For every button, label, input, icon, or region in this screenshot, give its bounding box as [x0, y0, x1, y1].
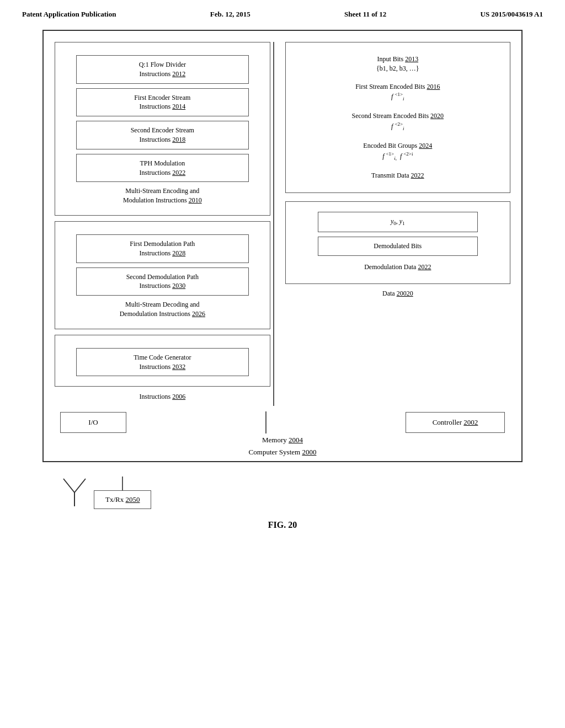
svg-line-1: [63, 479, 74, 493]
demodulated-bits-box: Demodulated Bits: [318, 237, 478, 256]
computer-system-label: Computer System 2000: [249, 448, 317, 457]
header-patent: US 2015/0043619 A1: [481, 10, 543, 19]
page-header: Patent Application Publication Feb. 12, …: [0, 0, 565, 24]
instructions-2006-label: Instructions 2006: [55, 392, 270, 402]
txrx-box: Tx/Rx 2050: [94, 490, 151, 509]
transmit-data-label: Transmit Data 2022: [291, 169, 504, 183]
txrx-section: Tx/Rx 2050: [28, 476, 537, 509]
time-code-text: Time Code GeneratorInstructions 2032: [134, 354, 191, 371]
second-encoder-box: Second Encoder StreamInstructions 2018: [76, 121, 249, 149]
demodulation-data-label: Demodulation Data 2022: [291, 260, 504, 274]
encoding-instructions-box: Q:1 Flow DividerInstructions 2012 First …: [55, 42, 270, 216]
tph-modulation-text: TPH ModulationInstructions 2022: [139, 159, 185, 176]
svg-line-2: [74, 479, 86, 493]
io-label: I/O: [88, 418, 98, 426]
figure-label: FIG. 20: [28, 520, 537, 530]
header-date: Feb. 12, 2015: [210, 10, 250, 19]
inner-layout: Q:1 Flow DividerInstructions 2012 First …: [55, 42, 510, 406]
second-stream-bits-label: Second Stream Encoded Bits 2020f <2>i: [291, 109, 504, 135]
controller-label: Controller 2002: [433, 418, 478, 426]
second-demod-box: Second Demodulation PathInstructions 203…: [76, 267, 249, 296]
header-sheet: Sheet 11 of 12: [344, 10, 386, 19]
multi-stream-encoding-label: Multi-Stream Encoding andModulation Inst…: [61, 186, 264, 205]
right-top-box: Input Bits 2013{b1, b2, b3, …} First Str…: [285, 42, 510, 193]
main-content: Q:1 Flow DividerInstructions 2012 First …: [0, 24, 565, 541]
computer-system-box: Q:1 Flow DividerInstructions 2012 First …: [42, 30, 523, 462]
input-bits-label: Input Bits 2013{b1, b2, b3, …}: [291, 52, 504, 76]
second-demod-text: Second Demodulation PathInstructions 203…: [126, 273, 199, 290]
right-column: Input Bits 2013{b1, b2, b3, …} First Str…: [277, 42, 510, 406]
time-code-box: Time Code GeneratorInstructions 2032: [55, 335, 270, 387]
controller-box: Controller 2002: [406, 412, 505, 433]
memory-label: Memory 2004: [262, 436, 303, 445]
io-box: I/O: [60, 412, 126, 433]
txrx-label: Tx/Rx 2050: [105, 495, 140, 504]
first-demod-box: First Demodulation PathInstructions 2028: [76, 234, 249, 263]
first-stream-bits-label: First Stream Encoded Bits 2016f <1>i: [291, 80, 504, 105]
right-bottom-box: y0, y1 Demodulated Bits Demodulation Dat…: [285, 201, 510, 285]
antenna-icon: [61, 476, 88, 509]
data-20020-label: Data 20020: [285, 290, 510, 298]
tph-modulation-box: TPH ModulationInstructions 2022: [76, 154, 249, 183]
bottom-row: I/O Controller 2002: [55, 411, 510, 433]
column-divider: [273, 42, 274, 406]
first-demod-text: First Demodulation PathInstructions 2028: [130, 240, 195, 257]
first-encoder-text: First Encoder StreamInstructions 2014: [134, 94, 190, 111]
time-code-inner-box: Time Code GeneratorInstructions 2032: [76, 348, 249, 377]
encoded-bit-groups-label: Encoded Bit Groups 2024f <1>i, f <2>i: [291, 139, 504, 164]
decoding-instructions-box: First Demodulation PathInstructions 2028…: [55, 221, 270, 329]
left-column: Q:1 Flow DividerInstructions 2012 First …: [55, 42, 270, 406]
header-left: Patent Application Publication: [22, 10, 116, 19]
flow-divider-box: Q:1 Flow DividerInstructions 2012: [76, 55, 249, 84]
second-encoder-text: Second Encoder StreamInstructions 2018: [131, 126, 194, 143]
memory-connector: [265, 411, 266, 433]
flow-divider-text: Q:1 Flow DividerInstructions 2012: [139, 61, 186, 78]
y0-y1-box: y0, y1: [318, 212, 478, 232]
multi-stream-decoding-label: Multi-Stream Decoding andDemodulation In…: [61, 300, 264, 319]
first-encoder-box: First Encoder StreamInstructions 2014: [76, 88, 249, 117]
